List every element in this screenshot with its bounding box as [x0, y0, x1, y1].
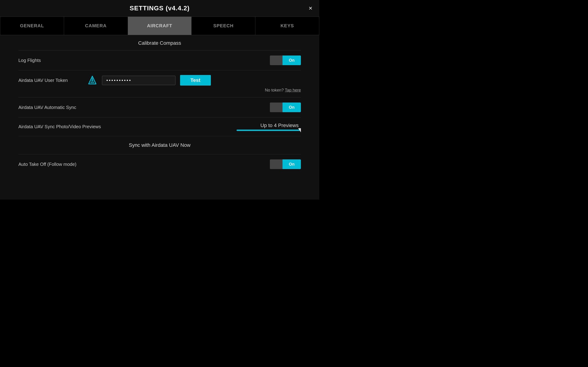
- auto-takeoff-label: Auto Take Off (Follow mode): [18, 162, 270, 167]
- token-input-field[interactable]: [102, 76, 175, 85]
- airdata-token-section: Airdata UAV User Token Test No token? Ta…: [18, 70, 301, 98]
- auto-takeoff-row: Auto Take Off (Follow mode) On: [18, 154, 301, 174]
- auto-sync-toggle[interactable]: On: [270, 102, 301, 112]
- auto-sync-row: Airdata UAV Automatic Sync On: [18, 98, 301, 117]
- airdata-logo-icon: [87, 75, 97, 85]
- airdata-token-row: Airdata UAV User Token Test: [18, 75, 301, 85]
- airdata-token-label: Airdata UAV User Token: [18, 78, 83, 83]
- sync-previews-label: Airdata UAV Sync Photo/Video Previews: [18, 124, 237, 129]
- calibrate-compass-button[interactable]: Calibrate Compass: [18, 35, 301, 50]
- aircraft-content: Calibrate Compass Log Flights On Airdata…: [0, 35, 319, 174]
- auto-sync-label: Airdata UAV Automatic Sync: [18, 105, 270, 110]
- previews-slider[interactable]: [237, 130, 301, 131]
- settings-title: SETTINGS (v4.4.2): [130, 5, 190, 12]
- auto-sync-toggle-off: [270, 102, 283, 112]
- sync-now-button[interactable]: Sync with Airdata UAV Now: [18, 136, 301, 154]
- slider-thumb-icon: [298, 128, 301, 132]
- toggle-off-track: [270, 56, 283, 65]
- tap-here-link[interactable]: Tap here: [285, 88, 301, 92]
- test-token-button[interactable]: Test: [180, 75, 211, 85]
- tab-keys[interactable]: KEYS: [255, 17, 319, 35]
- sync-previews-row: Airdata UAV Sync Photo/Video Previews Up…: [18, 117, 301, 136]
- tabs-bar: GENERAL CAMERA AIRCRAFT SPEECH KEYS: [0, 17, 319, 35]
- toggle-on-label: On: [283, 56, 301, 65]
- close-button[interactable]: ×: [309, 5, 312, 11]
- previews-value: Up to 4 Previews: [260, 123, 299, 128]
- log-flights-row: Log Flights On: [18, 50, 301, 70]
- auto-sync-toggle-on: On: [283, 102, 301, 112]
- no-token-text: No token?: [265, 88, 284, 92]
- tab-aircraft[interactable]: AIRCRAFT: [128, 17, 192, 35]
- auto-takeoff-toggle[interactable]: On: [270, 159, 301, 169]
- log-flights-toggle[interactable]: On: [270, 56, 301, 65]
- settings-header: SETTINGS (v4.4.2) ×: [0, 0, 319, 17]
- log-flights-label: Log Flights: [18, 58, 270, 63]
- settings-dialog: SETTINGS (v4.4.2) × GENERAL CAMERA AIRCR…: [0, 0, 319, 200]
- auto-takeoff-toggle-on: On: [283, 159, 301, 169]
- no-token-row: No token? Tap here: [18, 85, 301, 93]
- tab-general[interactable]: GENERAL: [0, 17, 64, 35]
- tab-camera[interactable]: CAMERA: [64, 17, 128, 35]
- previews-slider-container: Up to 4 Previews: [237, 123, 301, 131]
- auto-takeoff-toggle-off: [270, 159, 283, 169]
- tab-speech[interactable]: SPEECH: [191, 17, 255, 35]
